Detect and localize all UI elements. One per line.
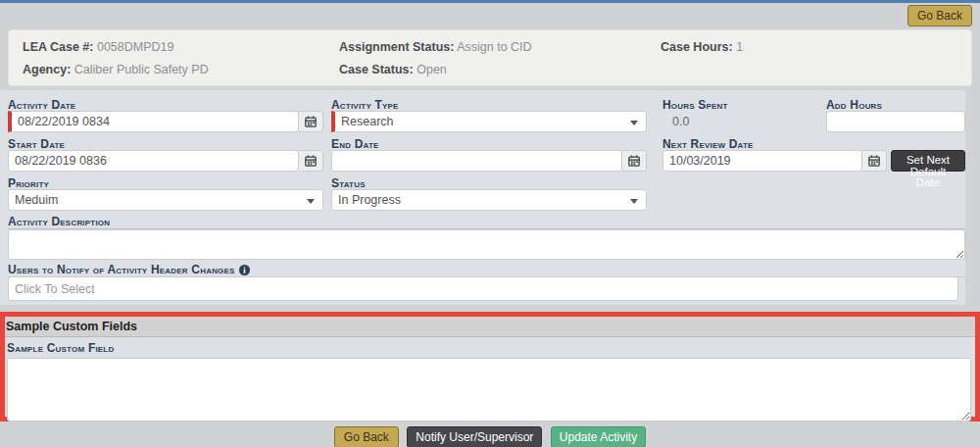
calendar-icon	[305, 116, 317, 127]
next-review-date-input[interactable]	[662, 150, 862, 172]
sample-custom-fields-title: Sample Custom Fields	[5, 317, 975, 337]
status-select[interactable]: In Progress	[331, 189, 647, 211]
activity-date-calendar-button[interactable]	[299, 111, 323, 132]
set-next-default-date-button[interactable]: Set Next Default Date	[891, 150, 965, 172]
next-review-date-calendar-button[interactable]	[862, 150, 887, 172]
case-summary-panel: LEA Case #: 0058DMPD19 Agency: Caliber P…	[8, 29, 972, 86]
calendar-icon	[628, 155, 640, 167]
notify-user-supervisor-button[interactable]: Notify User/Supervisor	[407, 426, 542, 447]
case-status-label: Case Status:	[339, 63, 414, 76]
add-hours-label: Add Hours	[826, 98, 882, 112]
update-activity-button[interactable]: Update Activity	[551, 426, 646, 447]
calendar-icon	[305, 155, 317, 167]
case-status-value: Open	[416, 63, 447, 76]
case-summary-col-3: Case Hours: 1	[661, 40, 743, 63]
assignment-status-label: Assignment Status:	[339, 40, 454, 54]
assignment-status-value: Assign to CID	[457, 40, 531, 54]
end-date-input[interactable]	[331, 150, 622, 172]
users-to-notify-input[interactable]	[8, 276, 958, 301]
top-accent-bar	[0, 0, 980, 3]
case-hours-value: 1	[736, 40, 743, 54]
activity-type-label: Activity Type	[331, 98, 399, 112]
activity-date-input[interactable]	[8, 111, 299, 132]
next-review-date-label: Next Review Date	[662, 137, 754, 151]
sample-custom-field-label: Sample Custom Field	[5, 337, 975, 358]
go-back-button-top[interactable]: Go Back	[907, 5, 972, 26]
add-hours-input[interactable]	[826, 111, 965, 132]
start-date-label: Start Date	[8, 137, 65, 151]
lea-case-label: LEA Case #:	[23, 40, 93, 54]
end-date-calendar-button[interactable]	[622, 150, 647, 172]
info-icon[interactable]	[239, 265, 250, 275]
activity-form: Activity Date Activity Type Research Hou…	[0, 90, 965, 305]
go-back-button-bottom[interactable]: Go Back	[334, 426, 399, 447]
activity-description-textarea[interactable]	[8, 229, 965, 260]
lea-case-value: 0058DMPD19	[97, 40, 174, 54]
activity-date-label: Activity Date	[8, 98, 75, 112]
hours-spent-label: Hours Spent	[662, 98, 728, 112]
activity-description-label: Activity Description	[8, 215, 965, 229]
calendar-icon	[868, 155, 880, 167]
case-hours-label: Case Hours:	[661, 40, 733, 54]
hours-spent-value: 0.0	[672, 115, 689, 128]
activity-type-select[interactable]: Research	[331, 111, 647, 132]
priority-label: Priority	[8, 176, 49, 190]
start-date-calendar-button[interactable]	[299, 150, 323, 172]
end-date-label: End Date	[331, 137, 379, 151]
agency-label: Agency:	[23, 63, 71, 76]
status-label: Status	[331, 176, 366, 190]
sample-custom-field-textarea[interactable]	[7, 358, 971, 422]
footer-actions: Go Back Notify User/Supervisor Update Ac…	[0, 426, 980, 447]
case-summary-col-2: Assignment Status: Assign to CID Case St…	[339, 40, 532, 85]
priority-select[interactable]: Meduim	[8, 189, 323, 211]
case-summary-col-1: LEA Case #: 0058DMPD19 Agency: Caliber P…	[23, 40, 209, 85]
users-to-notify-label: Users to Notify of Activity Header Chang…	[8, 263, 965, 277]
sample-custom-fields-section: Sample Custom Fields Sample Custom Field	[0, 312, 980, 422]
start-date-input[interactable]	[8, 150, 299, 172]
agency-value: Caliber Public Safety PD	[74, 63, 209, 76]
users-to-notify-label-text: Users to Notify of Activity Header Chang…	[8, 263, 235, 276]
